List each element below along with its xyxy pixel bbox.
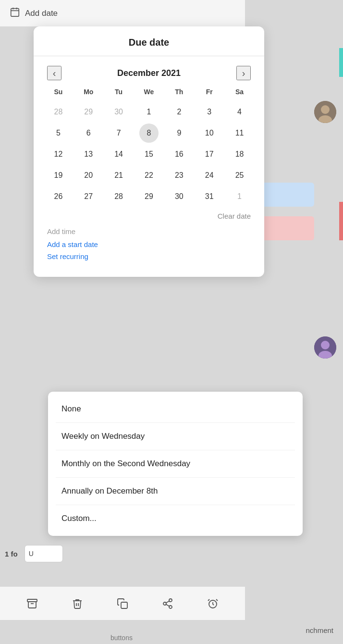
recurring-option-monthly[interactable]: Monthly on the Second Wednesday [48,450,303,477]
bg-card-red [257,216,314,240]
day-cell-selected[interactable]: 8 [139,124,159,143]
svg-point-15 [169,606,172,608]
bg-card-blue [257,183,314,207]
day-cell[interactable]: 30 [109,102,128,122]
set-recurring-link[interactable]: Set recurring [47,252,251,260]
avatar-right-2 [314,336,336,359]
day-cell[interactable]: 28 [109,187,128,206]
day-cell[interactable]: 21 [109,166,128,185]
svg-point-1 [321,105,330,114]
recurring-option-custom[interactable]: Custom... [48,505,303,532]
trash-icon[interactable] [68,594,87,613]
day-cell[interactable]: 2 [170,102,189,122]
day-cell[interactable]: 27 [79,187,98,206]
day-cell[interactable]: 29 [79,102,98,122]
bottom-task-row: 1 fo [5,545,63,562]
add-date-row[interactable]: Add date [10,7,58,20]
day-cell[interactable]: 9 [170,124,189,143]
copy-icon[interactable] [113,594,132,613]
add-time-label[interactable]: Add time [47,227,251,235]
day-cell[interactable]: 25 [230,166,249,185]
next-month-button[interactable]: › [236,66,251,80]
day-cell[interactable]: 28 [49,102,68,122]
day-cell[interactable]: 13 [79,145,98,164]
day-cell[interactable]: 12 [49,145,68,164]
day-cell[interactable]: 19 [49,166,68,185]
day-cell[interactable]: 4 [230,102,249,122]
clear-date-row: Clear date [34,206,264,223]
day-cell[interactable]: 10 [200,124,219,143]
clear-date-button[interactable]: Clear date [218,212,251,220]
svg-rect-6 [11,9,19,16]
buttons-label: buttons [110,634,133,642]
svg-rect-12 [121,602,127,608]
svg-line-17 [166,601,170,603]
calendar-icon [10,7,20,20]
day-cell[interactable]: 16 [170,145,189,164]
day-header-mo: Mo [74,85,104,99]
teal-accent [339,48,343,77]
bottom-toolbar [0,586,245,620]
day-cell[interactable]: 3 [200,102,219,122]
day-header-su: Su [43,85,74,99]
attachment-label: nchment [306,626,333,634]
svg-rect-10 [27,599,37,602]
day-cell[interactable]: 1 [230,187,249,206]
recurring-option-weekly[interactable]: Weekly on Wednesday [48,423,303,450]
day-headers: Su Mo Tu We Th Fr Sa [43,85,255,99]
day-cell[interactable]: 5 [49,124,68,143]
day-header-sa: Sa [224,85,255,99]
day-header-fr: Fr [194,85,224,99]
day-cell[interactable]: 22 [139,166,159,185]
recurring-option-annually[interactable]: Annually on December 8th [48,478,303,505]
day-cell[interactable]: 11 [230,124,249,143]
attachment-text: nchment [306,626,333,634]
day-header-th: Th [164,85,194,99]
calendar-nav: ‹ December 2021 › [34,56,264,85]
day-cell[interactable]: 29 [139,187,159,206]
svg-point-13 [169,599,172,602]
month-year-label: December 2021 [117,68,181,78]
day-header-tu: Tu [104,85,134,99]
extra-options: Add time Add a start date Set recurring [34,223,264,267]
calendar-grid: Su Mo Tu We Th Fr Sa 28 29 30 1 2 3 4 5 … [34,85,264,206]
top-bar: Add date [0,0,245,26]
day-cell[interactable]: 20 [79,166,98,185]
add-date-label: Add date [25,9,58,18]
day-cell[interactable]: 6 [79,124,98,143]
recurring-option-none[interactable]: None [48,396,303,422]
day-cell[interactable]: 23 [170,166,189,185]
modal-title: Due date [34,26,264,56]
day-cell[interactable]: 30 [170,187,189,206]
share-icon[interactable] [158,594,177,613]
archive-icon[interactable] [23,594,42,613]
day-cell[interactable]: 15 [139,145,159,164]
task-count: 1 fo [5,550,18,558]
alarm-icon[interactable] [203,594,222,613]
recurring-dropdown: None Weekly on Wednesday Monthly on the … [48,392,303,536]
day-cell[interactable]: 1 [139,102,159,122]
day-cell[interactable]: 7 [109,124,128,143]
calendar-modal: Due date ‹ December 2021 › Su Mo Tu We T… [34,26,264,277]
avatar-right-1 [314,101,336,123]
svg-point-14 [163,602,166,605]
svg-point-4 [321,341,330,349]
add-start-date-link[interactable]: Add a start date [47,240,251,248]
red-accent [339,202,343,240]
svg-line-16 [166,604,170,606]
day-header-we: We [134,85,164,99]
day-cells: 28 29 30 1 2 3 4 5 6 7 8 9 10 11 12 13 1… [43,102,255,206]
day-cell[interactable]: 26 [49,187,68,206]
prev-month-button[interactable]: ‹ [47,66,61,80]
day-cell[interactable]: 24 [200,166,219,185]
day-cell[interactable]: 18 [230,145,249,164]
day-cell[interactable]: 14 [109,145,128,164]
task-input[interactable] [24,545,63,562]
svg-line-20 [216,599,218,601]
svg-line-19 [208,599,209,601]
day-cell[interactable]: 31 [200,187,219,206]
day-cell[interactable]: 17 [200,145,219,164]
